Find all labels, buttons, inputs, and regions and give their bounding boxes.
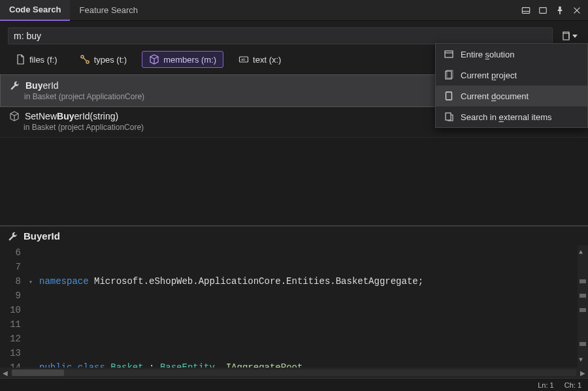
dock-bottom-icon[interactable]: [521, 6, 531, 15]
panel-tabbar: Code Search Feature Search: [0, 0, 588, 21]
cube-icon: [149, 54, 159, 65]
solution-icon: [444, 49, 454, 59]
scrollbar-track[interactable]: [12, 369, 576, 376]
file-icon: [15, 54, 25, 65]
tab-code-search[interactable]: Code Search: [0, 0, 70, 21]
svg-text:ab: ab: [241, 57, 246, 61]
svg-rect-10: [445, 51, 453, 57]
external-icon: [444, 112, 454, 122]
chip-label: text (x:): [253, 55, 281, 65]
types-icon: [80, 54, 90, 65]
chip-label: types (t:): [94, 55, 127, 65]
scope-label: Entire solution: [461, 50, 514, 59]
project-icon: [444, 70, 454, 80]
filter-chip-files[interactable]: files (f:): [8, 51, 65, 68]
document-icon: [444, 91, 454, 101]
scope-item-entire-solution[interactable]: Entire solution: [436, 44, 587, 65]
fold-chevron-icon[interactable]: ▾: [29, 275, 33, 290]
search-input[interactable]: [8, 27, 553, 44]
scope-label: Search in external items: [461, 112, 551, 122]
code-lines: namespace Microsoft.eShopWeb.Application…: [39, 245, 570, 368]
preview-header: BuyerId: [0, 227, 588, 245]
result-title: SetNewBuyerId(string): [25, 111, 118, 121]
svg-rect-2: [540, 7, 547, 13]
scope-item-external[interactable]: Search in external items: [436, 106, 587, 127]
textbox-icon: ab: [238, 54, 249, 65]
status-col: Ch: 1: [564, 381, 581, 389]
titlebar-icons: [521, 6, 588, 15]
svg-point-7: [86, 61, 89, 63]
filter-chip-types[interactable]: types (t:): [73, 51, 135, 68]
svg-rect-5: [563, 33, 569, 40]
horizontal-scrollbar[interactable]: ◀ ▶: [0, 368, 588, 378]
svg-rect-15: [446, 113, 451, 120]
close-icon[interactable]: [572, 6, 581, 15]
scope-item-current-document[interactable]: Current document: [436, 86, 587, 106]
overview-ruler[interactable]: ▲ ▼: [578, 245, 588, 368]
scrollbar-thumb[interactable]: [12, 369, 64, 376]
status-line: Ln: 1: [538, 381, 553, 389]
scope-label: Current document: [461, 91, 529, 101]
preview-pane: BuyerId 67891011121314 ▾ namespace Micro…: [0, 225, 588, 391]
scroll-up-icon[interactable]: ▲: [579, 245, 583, 260]
result-title: BuyerId: [25, 80, 59, 91]
scope-dropdown-button[interactable]: [558, 31, 580, 41]
wrench-icon: [8, 231, 18, 242]
preview-title: BuyerId: [24, 230, 60, 242]
tab-feature-search[interactable]: Feature Search: [70, 0, 147, 21]
filter-chip-text[interactable]: ab text (x:): [231, 51, 288, 68]
svg-point-6: [81, 55, 84, 58]
svg-rect-0: [522, 7, 529, 13]
scroll-left-icon[interactable]: ◀: [0, 369, 10, 377]
scroll-right-icon[interactable]: ▶: [578, 369, 588, 377]
tab-label: Feature Search: [79, 5, 138, 15]
window-icon[interactable]: [538, 6, 547, 15]
chip-label: members (m:): [163, 55, 216, 65]
wrench-icon: [10, 80, 20, 91]
code-editor[interactable]: 67891011121314 ▾ namespace Microsoft.eSh…: [0, 245, 588, 368]
scope-item-current-project[interactable]: Current project: [436, 65, 587, 86]
tab-label: Code Search: [9, 5, 61, 14]
scroll-down-icon[interactable]: ▼: [579, 353, 583, 368]
line-gutter: 67891011121314: [0, 245, 26, 368]
chip-label: files (f:): [29, 55, 57, 65]
filter-chip-members[interactable]: members (m:): [142, 51, 223, 68]
scope-label: Current project: [461, 70, 517, 80]
cube-icon: [9, 111, 20, 121]
pin-icon[interactable]: [555, 6, 564, 15]
status-bar: Ln: 1 Ch: 1: [0, 378, 588, 391]
svg-rect-14: [446, 92, 452, 100]
scope-menu: Entire solution Current project Current …: [435, 43, 588, 128]
